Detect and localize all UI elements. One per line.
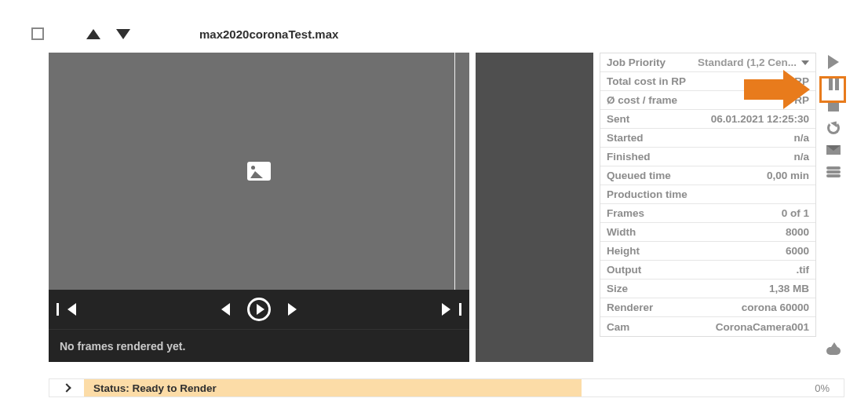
detail-label: Height <box>607 245 640 257</box>
select-checkbox[interactable] <box>31 27 44 40</box>
email-button[interactable] <box>825 142 842 158</box>
layers-button[interactable] <box>825 164 842 180</box>
detail-row: Production time <box>600 185 815 204</box>
detail-row: Size1,38 MB <box>600 280 815 298</box>
detail-row: Renderercorona 60000 <box>600 298 815 317</box>
detail-row: Job PriorityStandard (1,2 Cen... <box>600 53 815 72</box>
preview-status-text: No frames rendered yet. <box>49 329 469 362</box>
detail-label: Output <box>607 264 641 276</box>
play-button[interactable] <box>247 298 271 321</box>
detail-label: Finished <box>607 151 651 163</box>
upload-button[interactable] <box>825 342 842 357</box>
detail-label: Started <box>607 132 644 144</box>
detail-label: Renderer <box>607 302 653 313</box>
detail-row: Finishedn/a <box>600 148 815 166</box>
detail-value: RP <box>794 75 809 87</box>
detail-value: 06.01.2021 12:25:30 <box>711 113 809 125</box>
priority-dropdown[interactable]: Standard (1,2 Cen... <box>698 57 809 68</box>
annotation-highlight-box <box>819 76 846 103</box>
detail-label: Total cost in RP <box>607 75 686 87</box>
chevron-right-icon <box>62 383 71 392</box>
detail-label: Cam <box>607 321 629 333</box>
detail-value: 0 of 1 <box>782 207 809 219</box>
detail-row: Queued time0,00 min <box>600 166 815 185</box>
detail-value: .tif <box>797 264 810 276</box>
detail-label: Ø cost / frame <box>607 94 677 106</box>
detail-row: Width8000 <box>600 223 815 242</box>
collapse-up-icon[interactable] <box>86 29 100 39</box>
detail-row: Sent06.01.2021 12:25:30 <box>600 110 815 129</box>
preview-canvas <box>49 53 469 290</box>
detail-row: Output.tif <box>600 261 815 280</box>
detail-value: corona 60000 <box>742 302 809 313</box>
start-render-button[interactable] <box>825 54 842 70</box>
detail-value: n/a <box>793 132 809 144</box>
job-details-table: Job PriorityStandard (1,2 Cen...Total co… <box>600 53 816 337</box>
detail-row: Startedn/a <box>600 129 815 148</box>
detail-row: Total cost in RPRP <box>600 72 815 91</box>
prev-frame-button[interactable] <box>221 303 230 316</box>
expand-down-icon[interactable] <box>116 29 130 39</box>
detail-label: Frames <box>607 207 644 219</box>
detail-value: 6000 <box>786 245 809 257</box>
detail-value: n/a <box>793 151 809 163</box>
detail-label: Production time <box>607 188 687 200</box>
detail-value: 8000 <box>786 226 809 238</box>
detail-value: RP <box>794 94 809 106</box>
player-bar <box>49 290 469 329</box>
status-expand-button[interactable] <box>49 379 84 397</box>
image-placeholder-icon <box>247 162 271 181</box>
detail-label: Queued time <box>607 170 671 181</box>
detail-label: Sent <box>607 113 629 125</box>
status-label: Status: Ready to Render <box>84 379 582 397</box>
skip-end-button[interactable] <box>442 303 450 316</box>
detail-value: CoronaCamera001 <box>716 321 809 333</box>
chevron-down-icon <box>801 60 809 65</box>
detail-value: 0,00 min <box>767 170 809 181</box>
detail-label: Width <box>607 226 636 238</box>
reload-button[interactable] <box>825 120 842 136</box>
detail-value: 1,38 MB <box>769 283 809 294</box>
detail-row: Frames0 of 1 <box>600 204 815 223</box>
skip-start-button[interactable] <box>67 303 76 316</box>
detail-row: CamCoronaCamera001 <box>600 317 815 336</box>
detail-row: Height6000 <box>600 242 815 261</box>
secondary-panel <box>476 53 593 362</box>
detail-row: Ø cost / frameRP <box>600 91 815 110</box>
progress-percent: 0% <box>815 382 844 394</box>
next-frame-button[interactable] <box>288 303 297 316</box>
file-name: max2020coronaTest.max <box>199 27 338 41</box>
detail-label: Size <box>607 283 628 294</box>
detail-label: Job Priority <box>607 57 666 68</box>
